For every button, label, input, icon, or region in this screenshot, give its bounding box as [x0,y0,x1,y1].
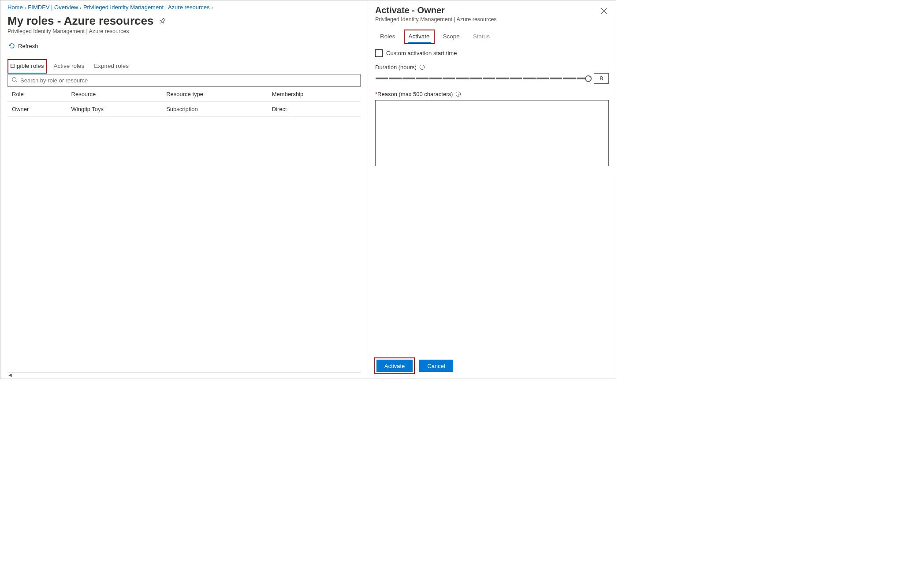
duration-value[interactable]: 8 [594,73,609,84]
blade-title: Activate - Owner [375,5,497,15]
custom-start-row: Custom activation start time [375,49,609,57]
breadcrumb: Home › FIMDEV | Overview › Privileged Id… [7,4,361,11]
refresh-icon [8,42,15,49]
blade-header: Activate - Owner Privileged Identity Man… [375,5,609,22]
duration-field: Duration (hours) 8 [375,64,609,84]
tab-eligible-roles[interactable]: Eligible roles [7,59,47,74]
chevron-right-icon: › [25,5,26,10]
activate-button-wrap: Activate [375,358,414,373]
svg-point-0 [12,78,16,82]
custom-start-checkbox[interactable] [375,49,383,57]
custom-start-label: Custom activation start time [386,50,457,56]
reason-label: *Reason (max 500 characters) [375,91,453,97]
blade-tab-status: Status [468,30,495,44]
blade-footer: Activate Cancel [375,358,609,373]
blade-form: Custom activation start time Duration (h… [375,49,609,167]
activate-button[interactable]: Activate [376,360,413,372]
cell-resource: Wingtip Toys [67,102,162,117]
col-membership[interactable]: Membership [268,87,361,102]
horizontal-scrollbar[interactable]: ◀ [7,372,361,379]
table-header-row: Role Resource Resource type Membership [7,87,361,102]
duration-label-row: Duration (hours) [375,64,609,71]
refresh-label: Refresh [18,43,38,49]
chevron-right-icon: › [80,5,82,10]
search-input[interactable] [20,77,357,84]
search-icon [11,77,20,84]
breadcrumb-home[interactable]: Home [7,4,23,11]
main-panel: Home › FIMDEV | Overview › Privileged Id… [0,0,368,379]
cell-resource-type: Subscription [162,102,268,117]
reason-field: *Reason (max 500 characters) [375,91,609,167]
tab-active-roles[interactable]: Active roles [51,59,87,74]
blade-tab-roles[interactable]: Roles [375,30,400,44]
cell-membership: Direct [268,102,361,117]
duration-slider-row: 8 [375,73,609,84]
slider-thumb[interactable] [585,75,592,82]
blade-tab-scope[interactable]: Scope [438,30,465,44]
search-bar[interactable] [7,74,361,87]
reason-label-row: *Reason (max 500 characters) [375,91,609,97]
col-role[interactable]: Role [7,87,67,102]
duration-slider[interactable] [375,74,589,82]
page-title: My roles - Azure resources [7,14,153,28]
close-button[interactable] [599,6,609,17]
blade-tabs: Roles Activate Scope Status [375,30,609,44]
refresh-button[interactable]: Refresh [7,41,39,51]
reason-textarea[interactable] [375,100,609,166]
table-row[interactable]: Owner Wingtip Toys Subscription Direct [7,102,361,117]
role-tabs: Eligible roles Active roles Expired role… [7,59,361,74]
col-resource-type[interactable]: Resource type [162,87,268,102]
tab-expired-roles[interactable]: Expired roles [91,59,131,74]
slider-ticks [375,78,589,79]
close-icon [601,9,607,15]
toolbar: Refresh [7,41,361,51]
cell-role: Owner [7,102,67,117]
page-subtitle: Privileged Identity Management | Azure r… [7,28,361,34]
page-title-row: My roles - Azure resources [7,14,361,28]
breadcrumb-fimdev[interactable]: FIMDEV | Overview [28,4,78,11]
col-resource[interactable]: Resource [67,87,162,102]
activate-blade: Activate - Owner Privileged Identity Man… [368,0,616,379]
blade-subtitle: Privileged Identity Management | Azure r… [375,16,497,22]
pin-icon[interactable] [159,18,165,24]
cancel-button[interactable]: Cancel [419,360,453,372]
chevron-right-icon: › [212,5,213,10]
breadcrumb-pim[interactable]: Privileged Identity Management | Azure r… [83,4,210,11]
info-icon[interactable] [455,91,461,97]
roles-table: Role Resource Resource type Membership O… [7,87,361,117]
duration-label: Duration (hours) [375,64,417,71]
blade-tab-activate[interactable]: Activate [404,30,435,44]
info-icon[interactable] [419,64,425,70]
scroll-left-icon: ◀ [8,372,12,377]
